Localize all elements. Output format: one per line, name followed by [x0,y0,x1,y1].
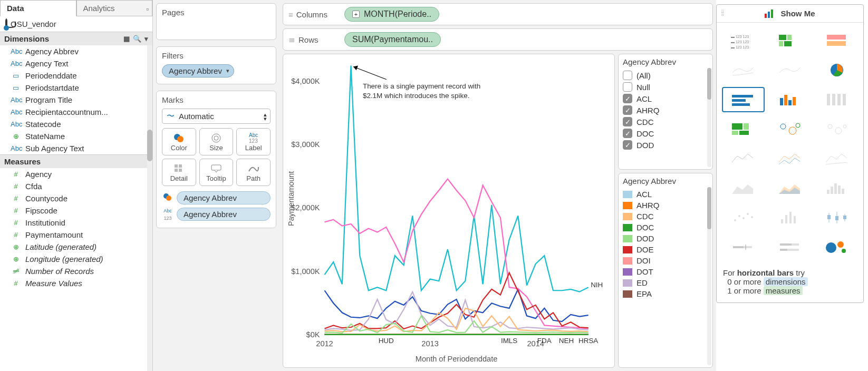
measures-header: Measures [0,154,152,168]
measure-field[interactable]: #Countycode [0,192,152,204]
filter-item[interactable]: ✓DOD [623,139,708,151]
menu-icon[interactable]: ▾ [144,35,148,43]
svg-rect-76 [785,215,787,223]
legend-item[interactable]: DOE [623,244,708,255]
measure-field[interactable]: #Fipscode [0,204,152,217]
dimension-field[interactable]: ⊕StateName [0,130,152,142]
showme-thumb[interactable] [815,235,858,260]
search-icon[interactable]: 🔍 [133,35,141,43]
rows-pill[interactable]: SUM(Paymentamou.. [344,32,441,47]
datapane-scrollbar[interactable] [147,45,152,371]
measure-field[interactable]: ⧣Number of Records [0,265,152,277]
showme-thumb[interactable] [769,146,812,171]
columns-pill[interactable]: +MONTH(Periode.. [344,7,439,22]
rows-shelf[interactable]: ≣Rows SUM(Paymentamou.. [283,28,713,51]
dimension-field[interactable]: AbcSub Agency Text [0,142,152,154]
color-scroll-thumb[interactable] [707,187,711,229]
measure-field[interactable]: #Institutionid [0,217,152,229]
measure-field[interactable]: ⊕Latitude (generated) [0,241,152,253]
showme-thumb[interactable]: ▬ 123 123▬ 123 123▬ 123 123 [722,28,765,53]
filter-item[interactable]: Null [623,81,708,93]
dimension-field[interactable]: AbcAgency Text [0,57,152,70]
showme-thumb[interactable] [769,205,812,230]
legend-item[interactable]: ACL [623,189,708,200]
pages-card[interactable]: Pages [156,3,276,40]
mark-color-button[interactable]: Color [162,128,196,155]
shelves-column: Pages Filters Agency Abbrev▾ Marks 〜 Aut… [153,0,279,371]
dimension-field[interactable]: AbcAgency Abbrev [0,45,152,57]
mark-chip[interactable]: Abc123Agency Abbrev [162,207,271,221]
legend-item[interactable]: CDC [623,211,708,222]
showme-thumb[interactable] [815,175,858,201]
filter-item[interactable]: ✓CDC [623,116,708,128]
measure-field[interactable]: #Paymentamount [0,229,152,241]
measure-field[interactable]: #Measure Values [0,277,152,289]
measure-field[interactable]: ⊕Longitude (generated) [0,253,152,265]
filter-item[interactable]: ✓AHRQ [623,104,708,116]
showme-thumb[interactable] [769,28,812,53]
dimension-field[interactable]: AbcRecipientaccountnum... [0,106,152,118]
filters-card[interactable]: Filters Agency Abbrev▾ [156,46,276,84]
filter-item[interactable]: ✓DOC [623,128,708,139]
filter-item[interactable]: ✓ACL [623,93,708,104]
drag-handle-icon[interactable]: ⠿⠿ [721,11,726,16]
chart-view[interactable]: $0K$1,000K$2,000K$3,000K$4,000K201220132… [283,54,615,368]
mark-tooltip-button[interactable]: Tooltip [199,159,234,186]
showme-thumb[interactable] [769,235,812,260]
mark-detail-button[interactable]: Detail [162,159,196,186]
columns-shelf[interactable]: ≡Columns +MONTH(Periode.. [283,3,713,25]
dimension-field[interactable]: AbcProgram Title [0,94,152,106]
svg-text:$3,000K: $3,000K [291,140,320,149]
mark-size-button[interactable]: Size [199,128,234,155]
legend-item[interactable]: AHRQ [623,200,708,211]
showme-thumb[interactable] [722,87,765,112]
showme-thumb[interactable] [769,87,812,112]
mark-chip[interactable]: Agency Abbrev [162,191,271,204]
showme-thumb[interactable] [815,28,858,53]
svg-rect-44 [732,95,753,97]
showme-thumb[interactable] [815,146,858,171]
svg-point-59 [780,124,786,129]
svg-rect-37 [779,35,786,40]
svg-text:IMLS: IMLS [501,337,517,345]
dimensions-header: Dimensions ▦ 🔍 ▾ [0,32,152,45]
measure-field[interactable]: #Cfda [0,180,152,192]
filter-item[interactable]: (All) [623,70,708,81]
tab-data[interactable]: Data [0,0,76,16]
filter-scroll-thumb[interactable] [707,68,711,100]
legend-item[interactable]: DOI [623,255,708,266]
scrollbar-thumb[interactable] [147,130,152,161]
view-icon[interactable]: ▦ [123,35,130,43]
dimension-field[interactable]: ▭Periodenddate [0,70,152,82]
filter-pill-agency[interactable]: Agency Abbrev▾ [162,64,234,77]
showme-thumb[interactable] [722,146,765,171]
showme-thumb[interactable] [722,235,765,260]
showme-thumb[interactable] [815,57,858,83]
mark-path-button[interactable]: Path [236,159,271,186]
legend-item[interactable]: ED [623,277,708,288]
showme-thumb[interactable] [722,116,765,142]
showme-thumb[interactable] [769,175,812,201]
showme-thumb[interactable] [722,205,765,230]
showme-thumb[interactable] [722,57,765,83]
measure-field[interactable]: #Agency [0,168,152,180]
dimension-field[interactable]: ▭Periodstartdate [0,82,152,94]
mark-label-button[interactable]: Abc123Label [236,128,271,155]
dimension-field[interactable]: AbcStatecode [0,118,152,130]
plus-icon[interactable]: + [352,11,360,18]
svg-text:▬ 123 123: ▬ 123 123 [731,40,749,44]
showme-thumb[interactable] [769,57,812,83]
legend-item[interactable]: EPA [623,288,708,299]
showme-thumb[interactable] [815,116,858,142]
legend-item[interactable]: DOC [623,222,708,233]
tab-menu-icon[interactable]: ▫ [146,5,149,13]
marks-type-select[interactable]: 〜 Automatic ▴▾ [162,109,271,124]
legend-item[interactable]: DOT [623,266,708,277]
showme-thumb[interactable] [769,116,812,142]
legend-item[interactable]: DOD [623,233,708,244]
showme-thumb[interactable] [722,175,765,201]
showme-thumb[interactable] [815,205,858,230]
datasource-row[interactable]: OSU_vendor [0,16,152,32]
tab-analytics[interactable]: Analytics▫ [76,0,153,16]
showme-thumb[interactable] [815,87,858,112]
